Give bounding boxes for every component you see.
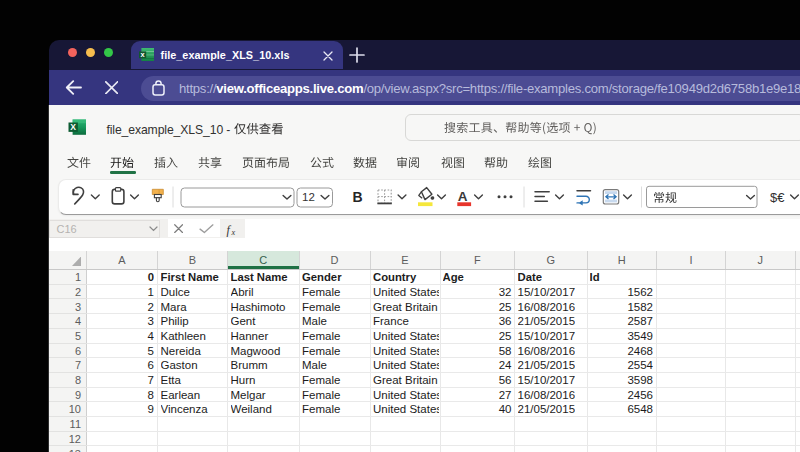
svg-text:$€: $€ [770,190,785,205]
svg-text:X: X [70,122,76,132]
svg-text:A: A [457,189,467,204]
svg-text:B: B [352,189,362,205]
svg-text:12: 12 [302,191,315,203]
svg-text:x: x [231,229,236,238]
